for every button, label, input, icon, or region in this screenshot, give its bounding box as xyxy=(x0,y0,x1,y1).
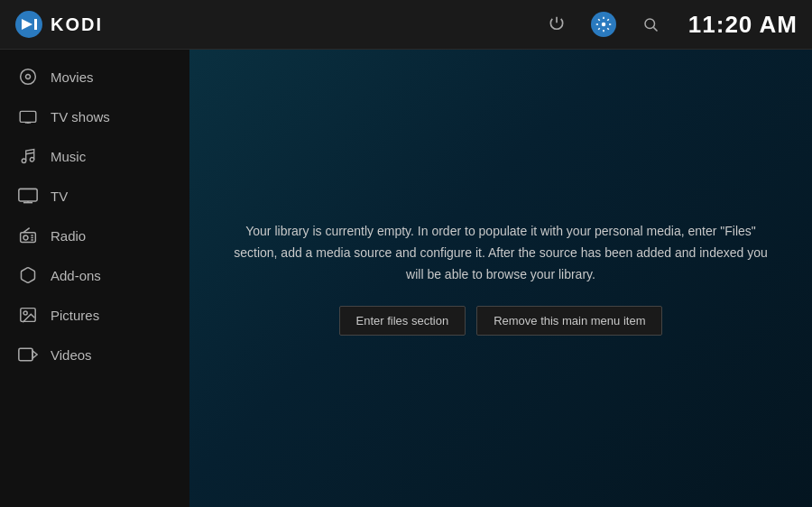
clock-display: 11:20 AM xyxy=(688,11,798,39)
sidebar-label-movies: Movies xyxy=(51,69,94,85)
svg-point-6 xyxy=(21,69,36,85)
svg-line-13 xyxy=(26,152,34,154)
sidebar-item-add-ons[interactable]: Add-ons xyxy=(0,255,189,295)
content-area: Your library is currently empty. In orde… xyxy=(189,50,812,507)
svg-marker-25 xyxy=(32,351,37,358)
power-icon[interactable] xyxy=(544,12,569,37)
logo-area: KODI xyxy=(14,10,103,39)
sidebar-item-tv-shows[interactable]: TV shows xyxy=(0,97,189,136)
sidebar-item-tv[interactable]: TV xyxy=(0,176,189,216)
svg-rect-14 xyxy=(19,189,37,201)
svg-point-7 xyxy=(26,75,31,79)
svg-rect-24 xyxy=(19,348,32,361)
movies-icon xyxy=(18,67,38,87)
svg-rect-22 xyxy=(21,309,35,322)
svg-rect-8 xyxy=(20,111,36,122)
sidebar-label-music: Music xyxy=(51,149,86,164)
sidebar-label-add-ons: Add-ons xyxy=(51,268,101,283)
top-bar: KODI 11 xyxy=(0,0,812,50)
sidebar-item-music[interactable]: Music xyxy=(0,136,189,176)
sidebar-label-radio: Radio xyxy=(51,228,86,244)
sidebar-label-tv-shows: TV shows xyxy=(51,109,110,124)
kodi-logo-icon xyxy=(14,10,43,39)
sidebar-item-radio[interactable]: Radio xyxy=(0,216,189,255)
sidebar-item-videos[interactable]: Videos xyxy=(0,335,189,374)
svg-point-18 xyxy=(23,235,28,240)
svg-point-3 xyxy=(602,23,606,27)
svg-point-4 xyxy=(645,19,655,29)
svg-rect-2 xyxy=(34,19,37,30)
search-icon[interactable] xyxy=(638,12,663,37)
remove-menu-item-button[interactable]: Remove this main menu item xyxy=(476,306,662,336)
tv-icon xyxy=(18,186,38,206)
sidebar-label-pictures: Pictures xyxy=(51,308,99,323)
svg-point-23 xyxy=(23,311,27,315)
tv-shows-icon xyxy=(18,106,38,126)
svg-line-5 xyxy=(653,27,657,31)
sidebar-item-pictures[interactable]: Pictures xyxy=(0,295,189,335)
enter-files-button[interactable]: Enter files section xyxy=(339,306,466,336)
sidebar-label-tv: TV xyxy=(51,189,68,204)
top-icons xyxy=(544,12,663,37)
pictures-icon xyxy=(18,305,38,325)
videos-icon xyxy=(18,345,38,364)
app-title: KODI xyxy=(51,14,103,35)
library-empty-message: Your library is currently empty. In orde… xyxy=(230,221,771,285)
add-ons-icon xyxy=(18,265,38,285)
message-box: Your library is currently empty. In orde… xyxy=(212,203,789,353)
sidebar-label-videos: Videos xyxy=(51,347,92,363)
main-layout: Movies TV shows Music xyxy=(0,50,812,507)
settings-icon[interactable] xyxy=(591,12,616,37)
radio-icon xyxy=(18,226,38,245)
music-icon xyxy=(18,146,38,166)
action-buttons: Enter files section Remove this main men… xyxy=(230,306,771,336)
sidebar: Movies TV shows Music xyxy=(0,50,189,507)
sidebar-item-movies[interactable]: Movies xyxy=(0,57,189,97)
